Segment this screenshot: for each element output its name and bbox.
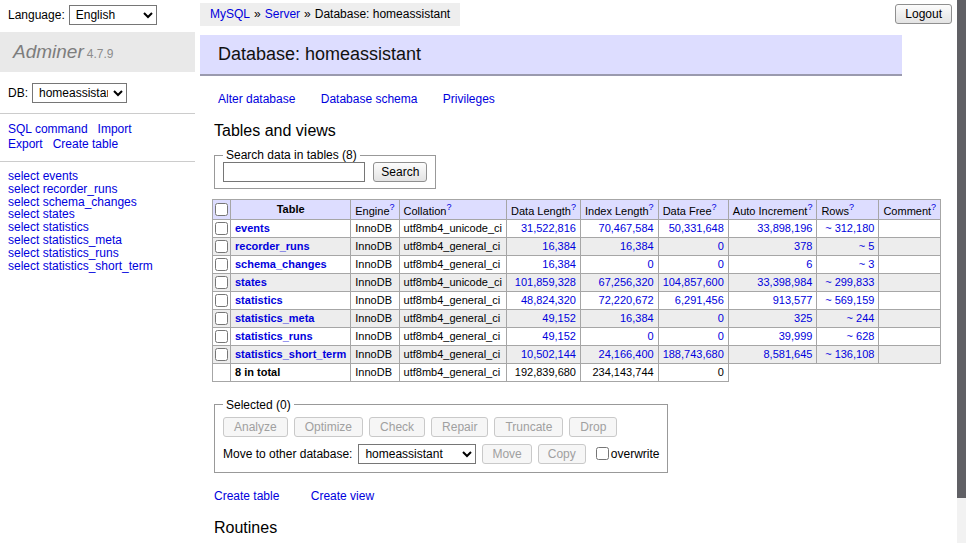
rows-value[interactable]: ~ 312,180 [817,219,879,237]
sidebar-select-link[interactable]: select statistics_meta [8,234,187,247]
search-input[interactable] [223,162,365,182]
sql-command-link[interactable]: SQL command [8,122,88,136]
table-name-link[interactable]: recorder_runs [235,240,310,252]
auto-increment-value[interactable]: 913,577 [728,291,817,309]
table-name-link[interactable]: statistics_runs [235,330,313,342]
row-checkbox[interactable] [215,258,228,271]
copy-button[interactable]: Copy [538,444,586,464]
data-length-value[interactable]: 101,859,328 [507,273,581,291]
data-free-value[interactable]: 0 [658,327,728,345]
row-checkbox[interactable] [215,276,228,289]
language-select[interactable]: English [69,5,157,25]
sidebar-select-link[interactable]: select statistics_runs [8,247,187,260]
create-table-link-sidebar[interactable]: Create table [53,137,118,151]
row-checkbox[interactable] [215,312,228,325]
index-length-value[interactable]: 16,384 [580,309,658,327]
auto-increment-value[interactable]: 325 [728,309,817,327]
auto-increment-value[interactable]: 39,999 [728,327,817,345]
drop-button[interactable]: Drop [569,417,617,437]
breadcrumb-server-link[interactable]: Server [265,7,300,21]
row-checkbox[interactable] [215,294,228,307]
table-name-link[interactable]: statistics [235,294,283,306]
repair-button[interactable]: Repair [431,417,488,437]
index-length-value[interactable]: 70,467,584 [580,219,658,237]
sidebar-select-link[interactable]: select events [8,170,187,183]
data-free-value[interactable]: 188,743,680 [658,345,728,363]
index-length-value[interactable]: 16,384 [580,237,658,255]
auto-increment-value[interactable]: 8,581,645 [728,345,817,363]
data-length-value[interactable]: 16,384 [507,237,581,255]
data-length-value[interactable]: 10,502,144 [507,345,581,363]
database-schema-link[interactable]: Database schema [321,92,418,106]
rows-value[interactable]: ~ 244 [817,309,879,327]
data-free-value[interactable]: 104,857,600 [658,273,728,291]
sidebar-select-link[interactable]: select recorder_runs [8,183,187,196]
create-view-link[interactable]: Create view [311,489,374,503]
overwrite-checkbox[interactable] [596,447,609,460]
row-checkbox[interactable] [215,348,228,361]
index-length-value[interactable]: 67,256,320 [580,273,658,291]
table-name-link[interactable]: statistics_meta [235,312,315,324]
data-length-value[interactable]: 16,384 [507,255,581,273]
data-length-value[interactable]: 48,824,320 [507,291,581,309]
help-link[interactable]: ? [390,202,395,212]
create-table-link[interactable]: Create table [214,489,279,503]
search-button[interactable]: Search [373,162,427,182]
import-link[interactable]: Import [98,122,132,136]
move-button[interactable]: Move [482,444,531,464]
rows-value[interactable]: ~ 3 [817,255,879,273]
data-free-value[interactable]: 0 [658,255,728,273]
auto-increment-value[interactable]: 6 [728,255,817,273]
truncate-button[interactable]: Truncate [494,417,563,437]
help-link[interactable]: ? [446,202,451,212]
logout-button[interactable]: Logout [895,4,952,24]
vertical-scrollbar[interactable] [957,0,966,543]
select-all-checkbox[interactable] [215,203,228,216]
table-name-link[interactable]: statistics_short_term [235,348,346,360]
row-checkbox[interactable] [215,240,228,253]
auto-increment-value[interactable]: 33,898,196 [728,219,817,237]
data-length-value[interactable]: 31,522,816 [507,219,581,237]
analyze-button[interactable]: Analyze [223,417,288,437]
index-length-value[interactable]: 0 [580,255,658,273]
help-link[interactable]: ? [807,202,812,212]
help-link[interactable]: ? [649,202,654,212]
help-link[interactable]: ? [571,202,576,212]
data-free-value[interactable]: 6,291,456 [658,291,728,309]
table-name-link[interactable]: states [235,276,267,288]
scrollbar-thumb[interactable] [957,0,966,498]
help-link[interactable]: ? [712,202,717,212]
auto-increment-value[interactable]: 378 [728,237,817,255]
help-link[interactable]: ? [849,202,854,212]
data-free-value[interactable]: 50,331,648 [658,219,728,237]
adminer-logo[interactable]: Adminer [13,41,84,62]
breadcrumb-mysql-link[interactable]: MySQL [210,7,250,21]
privileges-link[interactable]: Privileges [443,92,495,106]
data-length-value[interactable]: 49,152 [507,309,581,327]
row-checkbox[interactable] [215,222,228,235]
sidebar-select-link[interactable]: select statistics_short_term [8,260,187,273]
data-free-value[interactable]: 0 [658,237,728,255]
table-name-link[interactable]: schema_changes [235,258,327,270]
export-link[interactable]: Export [8,137,43,151]
check-button[interactable]: Check [369,417,425,437]
rows-value[interactable]: ~ 569,159 [817,291,879,309]
rows-value[interactable]: ~ 136,108 [817,345,879,363]
alter-database-link[interactable]: Alter database [218,92,295,106]
rows-value[interactable]: ~ 5 [817,237,879,255]
help-link[interactable]: ? [931,202,936,212]
row-checkbox[interactable] [215,330,228,343]
tables-header-row: TableEngine?Collation?Data Length?Index … [213,200,941,220]
data-length-value[interactable]: 49,152 [507,327,581,345]
optimize-button[interactable]: Optimize [294,417,363,437]
rows-value[interactable]: ~ 299,833 [817,273,879,291]
index-length-value[interactable]: 72,220,672 [580,291,658,309]
auto-increment-value[interactable]: 33,398,984 [728,273,817,291]
move-database-select[interactable]: homeassistant [358,444,476,464]
index-length-value[interactable]: 0 [580,327,658,345]
index-length-value[interactable]: 24,166,400 [580,345,658,363]
db-select[interactable]: homeassistant [32,83,127,103]
rows-value[interactable]: ~ 628 [817,327,879,345]
table-name-link[interactable]: events [235,222,270,234]
data-free-value[interactable]: 0 [658,309,728,327]
